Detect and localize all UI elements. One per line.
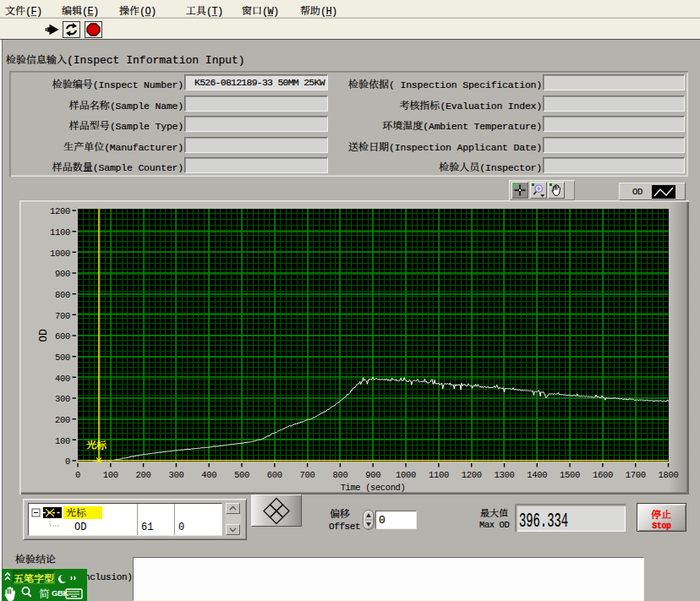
svg-text:61: 61 — [141, 522, 153, 533]
svg-text:光标: 光标 — [66, 505, 86, 519]
svg-text:OD: OD — [74, 522, 86, 533]
svg-text:0: 0 — [178, 522, 184, 533]
svg-text:简: 简 — [39, 586, 50, 601]
